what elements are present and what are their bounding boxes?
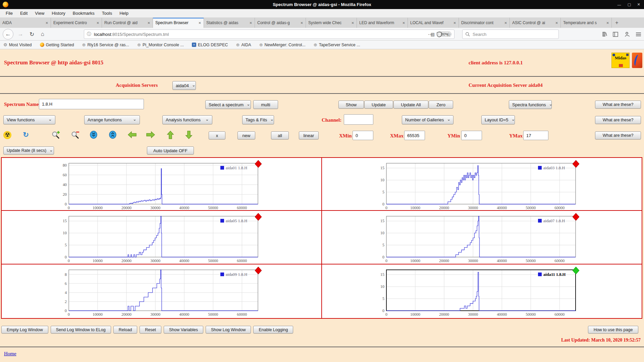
- menu-bookmarks[interactable]: Bookmarks: [69, 9, 98, 18]
- bookmark-star-icon[interactable]: ☆: [445, 28, 453, 41]
- tab-local-and-wavef[interactable]: LOCAL and Wavef✕: [408, 18, 459, 28]
- selection-diamond-icon[interactable]: [573, 213, 579, 221]
- spectrum-panel-aida07[interactable]: 0100002000030000400005000060000051015aid…: [322, 211, 642, 264]
- maximize-button[interactable]: ▢: [625, 0, 634, 9]
- home-icon[interactable]: ⌂: [38, 28, 47, 41]
- view-functions-dropdown[interactable]: View functions: [3, 115, 55, 124]
- selection-diamond-icon[interactable]: [255, 160, 262, 168]
- tab-aida[interactable]: AIDA✕: [0, 18, 51, 28]
- bookmark-newmerger-control-[interactable]: ⊕NewMerger: Control...: [259, 42, 306, 47]
- tab-close-icon[interactable]: ✕: [97, 21, 99, 25]
- menu-tools[interactable]: Tools: [98, 9, 116, 18]
- xmax-input[interactable]: [404, 131, 425, 140]
- send-log-window-to-elog-button[interactable]: Send Log Window to ELog: [51, 326, 111, 334]
- arrow-right-icon[interactable]: [146, 131, 155, 140]
- show-variables-button[interactable]: Show Variables: [164, 326, 203, 334]
- tab-asic-control-ai[interactable]: ASIC Control @ ai✕: [510, 18, 561, 28]
- radiation-icon[interactable]: ☢: [3, 131, 11, 139]
- arrow-down-icon[interactable]: [185, 130, 194, 139]
- tab-led-and-waveform[interactable]: LED and Waveform✕: [357, 18, 408, 28]
- what-are-these-button-2[interactable]: What are these?: [595, 116, 641, 124]
- spectrum-panel-aida11[interactable]: 0100002000030000400005000060000051015aid…: [322, 264, 642, 318]
- forward-icon[interactable]: →: [16, 28, 25, 41]
- number-of-galleries-dropdown[interactable]: Number of Galleries: [402, 115, 453, 124]
- back-icon[interactable]: ←: [3, 29, 13, 40]
- home-link[interactable]: Home: [4, 351, 16, 357]
- menu-edit[interactable]: Edit: [16, 9, 31, 18]
- show-button[interactable]: Show: [338, 101, 364, 109]
- enable-logging-button[interactable]: Enable Logging: [253, 326, 293, 334]
- bookmark-elog-despec[interactable]: ≡ELOG DESPEC: [192, 43, 228, 47]
- update-button[interactable]: Update: [364, 101, 393, 109]
- selection-diamond-icon[interactable]: [255, 267, 262, 274]
- acquisition-server-select[interactable]: aida04: [172, 81, 196, 90]
- refresh-icon[interactable]: ↻: [21, 131, 30, 139]
- tab-close-icon[interactable]: ✕: [402, 21, 405, 25]
- tab-close-icon[interactable]: ✕: [453, 21, 456, 25]
- expand-vertical-icon[interactable]: [109, 131, 117, 139]
- menu-view[interactable]: View: [31, 9, 48, 18]
- tab-close-icon[interactable]: ✕: [46, 21, 48, 25]
- how-to-use-button[interactable]: How to use this page: [588, 326, 638, 334]
- menu-history[interactable]: History: [48, 9, 69, 18]
- ymax-input[interactable]: [523, 131, 548, 140]
- tab-spectrum-browser[interactable]: Spectrum Browser✕: [153, 18, 204, 28]
- zero-button[interactable]: Zero: [429, 101, 453, 109]
- selection-diamond-icon[interactable]: [573, 267, 579, 274]
- show-log-window-button[interactable]: Show Log Window: [206, 326, 251, 334]
- what-are-these-button-1[interactable]: What are these?: [595, 101, 641, 109]
- auto-update-button[interactable]: Auto Update OFF: [147, 146, 194, 155]
- multi-button[interactable]: multi: [253, 100, 278, 109]
- arrow-up-icon[interactable]: [167, 130, 175, 139]
- selection-diamond-icon[interactable]: [255, 213, 262, 221]
- update-all-button[interactable]: Update All: [393, 101, 428, 109]
- tab-close-icon[interactable]: ✕: [504, 21, 507, 25]
- spectrum-panel-aida03[interactable]: 0100002000030000400005000060000051015aid…: [322, 158, 642, 210]
- arrow-left-icon[interactable]: [127, 131, 136, 140]
- tab-close-icon[interactable]: ✕: [199, 21, 201, 25]
- bookmark-aida[interactable]: ⊕AIDA: [236, 42, 251, 47]
- tab-close-icon[interactable]: ✕: [352, 21, 354, 25]
- library-icon[interactable]: [600, 28, 609, 41]
- zoom-out-icon[interactable]: [71, 131, 79, 139]
- tab-close-icon[interactable]: ✕: [301, 21, 303, 25]
- page-actions-icon[interactable]: ⋯: [427, 28, 434, 41]
- pocket-shield-icon[interactable]: [435, 28, 443, 41]
- bookmark-tapeserver-service-[interactable]: ⊕TapeServer Service ...: [314, 42, 360, 47]
- xmin-input[interactable]: [353, 131, 373, 140]
- tab-run-control-aid[interactable]: Run Control @ aid✕: [102, 18, 153, 28]
- close-button[interactable]: ✕: [634, 0, 643, 9]
- spectrum-panel-aida09[interactable]: 010000200003000040000500006000002468aida…: [2, 264, 321, 318]
- reset-button[interactable]: Reset: [140, 326, 161, 334]
- tab-close-icon[interactable]: ✕: [555, 21, 558, 25]
- collapse-vertical-icon[interactable]: [90, 131, 98, 139]
- analysis-functions-dropdown[interactable]: Analysis functions: [162, 115, 212, 124]
- tab-close-icon[interactable]: ✕: [250, 21, 252, 25]
- tab-system-wide-chec[interactable]: System wide Chec✕: [306, 18, 357, 28]
- sidebar-icon[interactable]: [611, 28, 620, 41]
- bookmark-rly16-service-ras-[interactable]: ⊕Rly16 Service @ ras...: [82, 42, 129, 47]
- update-rate-dropdown[interactable]: Update Rate (8 secs): [3, 146, 54, 155]
- channel-input[interactable]: [344, 114, 373, 125]
- zoom-in-icon[interactable]: [51, 131, 60, 139]
- search-bar[interactable]: Search: [462, 29, 559, 39]
- spectrum-panel-aida01[interactable]: 0100002000030000400005000060000020406080…: [2, 158, 321, 210]
- reload-button[interactable]: Reload: [113, 326, 138, 334]
- tab-close-icon[interactable]: ✕: [148, 21, 150, 25]
- layout-id-dropdown[interactable]: Layout ID=5: [481, 115, 515, 124]
- tags-fits-dropdown[interactable]: Tags & Fits: [242, 115, 274, 124]
- tab-temperature-and-s[interactable]: Temperature and s✕: [561, 18, 612, 28]
- what-are-these-button-3[interactable]: What are these?: [595, 131, 641, 139]
- spectra-functions-dropdown[interactable]: Spectra functions: [509, 100, 552, 109]
- select-spectrum-dropdown[interactable]: Select a spectrum: [205, 100, 251, 109]
- spectrum-panel-aida05[interactable]: 0100002000030000400005000060000051015aid…: [2, 211, 321, 264]
- tab-discriminator-cont[interactable]: Discriminator cont✕: [459, 18, 510, 28]
- x-axis-button[interactable]: x: [209, 131, 225, 139]
- new-tab-button[interactable]: +: [612, 18, 622, 28]
- menu-help[interactable]: Help: [116, 9, 132, 18]
- menu-file[interactable]: File: [2, 9, 16, 18]
- new-button[interactable]: new: [237, 131, 255, 139]
- minimize-button[interactable]: —: [614, 0, 624, 9]
- bookmark-pi-monitor-console-[interactable]: ⊕Pi_Monitor Console ...: [137, 42, 184, 47]
- tab-close-icon[interactable]: ✕: [606, 21, 609, 25]
